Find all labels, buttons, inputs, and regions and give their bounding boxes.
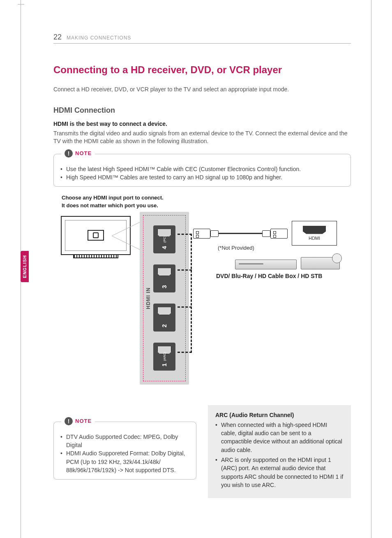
- port-number: 1: [161, 363, 168, 366]
- list-item: ARC is only supported on the HDMI input …: [215, 456, 344, 489]
- note-label: NOTE: [75, 150, 92, 156]
- list-item: When connected with a high-speed HDMI ca…: [215, 421, 344, 454]
- connection-diagram: HDMI IN (PC) 4 3 2 (ARC) 1: [53, 212, 351, 389]
- diagram-caption: Choose any HDMI input port to connect. I…: [62, 194, 351, 209]
- note-tab: ! NOTE: [61, 149, 95, 158]
- lower-columns: ! NOTE DTV Audio Supported Codec: MPEG, …: [53, 405, 351, 498]
- hdmi-port-icon: [303, 226, 326, 234]
- cable-plug-icon: [270, 229, 288, 239]
- port-number: 2: [161, 324, 168, 327]
- hdmi-port-1: (ARC) 1: [153, 343, 175, 371]
- page-number: 22: [53, 33, 62, 42]
- exclamation-icon: !: [65, 149, 73, 158]
- hdmi-in-label: HDMI IN: [145, 287, 151, 309]
- dvd-player-icon: [235, 260, 297, 269]
- port-number: 3: [161, 285, 168, 288]
- note-label: NOTE: [75, 418, 92, 424]
- page-header: 22 MAKING CONNECTIONS: [53, 33, 351, 44]
- connection-line: [178, 306, 192, 308]
- arc-info-box: ARC (Audio Return Channel) When connecte…: [208, 405, 351, 498]
- arc-list: When connected with a high-speed HDMI ca…: [215, 421, 344, 489]
- device-caption: DVD/ Blu-Ray / HD Cable Box / HD STB: [216, 273, 322, 279]
- note-box-top: ! NOTE Use the latest High Speed HDMI™ C…: [53, 154, 351, 187]
- hdmi-port-label: HDMI: [309, 236, 320, 241]
- list-item: HDMI Audio Supporeted Format: Dolby Digi…: [60, 449, 189, 474]
- connection-line: [178, 269, 192, 271]
- connection-line: [178, 352, 192, 353]
- connection-line: [178, 234, 192, 235]
- caption-line: Choose any HDMI input port to connect.: [62, 195, 164, 201]
- right-column: ARC (Audio Return Channel) When connecte…: [208, 405, 351, 498]
- caption-line: It does not matter which port you use.: [62, 202, 158, 209]
- port-sublabel: (PC): [163, 236, 166, 243]
- tv-icon: [61, 216, 131, 261]
- hdmi-heading: HDMI Connection: [53, 106, 351, 115]
- note-box-bottom: ! NOTE DTV Audio Supported Codec: MPEG, …: [53, 422, 196, 480]
- hdmi-bold-line: HDMI is the best way to connect a device…: [53, 121, 351, 127]
- hdmi-input-panel: HDMI IN (PC) 4 3 2 (ARC) 1: [140, 212, 189, 385]
- hdmi-port-3: 3: [153, 264, 175, 292]
- list-item: DTV Audio Supported Codec: MPEG, Dolby D…: [60, 433, 189, 450]
- language-tab: ENGLISH: [21, 251, 29, 282]
- note-tab: ! NOTE: [61, 417, 95, 425]
- page-content: 22 MAKING CONNECTIONS Connecting to a HD…: [53, 33, 351, 498]
- port-sublabel: (ARC): [163, 352, 166, 361]
- hdmi-port-4: (PC) 4: [153, 225, 175, 253]
- hdmi-cable-icon: [193, 227, 288, 240]
- list-item: High Speed HDMI™ Cables are tested to ca…: [60, 173, 344, 181]
- set-top-box-icon: [301, 257, 340, 269]
- hdmi-port-2: 2: [153, 304, 175, 332]
- note-list: Use the latest High Speed HDMI™ Cable wi…: [60, 165, 344, 182]
- left-column: ! NOTE DTV Audio Supported Codec: MPEG, …: [53, 405, 196, 498]
- port-number: 4: [161, 246, 168, 249]
- section-name: MAKING CONNECTIONS: [67, 35, 131, 41]
- arc-title: ARC (Audio Return Channel): [215, 412, 344, 418]
- exclamation-icon: !: [65, 417, 73, 425]
- external-devices: [235, 257, 340, 269]
- list-item: Use the latest High Speed HDMI™ Cable wi…: [60, 165, 344, 173]
- external-hdmi-port: HDMI: [292, 221, 337, 246]
- page-title: Connecting to a HD receiver, DVD, or VCR…: [53, 64, 351, 76]
- note-list: DTV Audio Supported Codec: MPEG, Dolby D…: [60, 433, 189, 474]
- hdmi-body: Transmits the digital video and audio si…: [53, 130, 351, 146]
- intro-text: Connect a HD receiver, DVD, or VCR playe…: [53, 86, 351, 94]
- not-provided-label: (*Not Provided): [218, 245, 254, 251]
- cable-plug-icon: [193, 229, 210, 239]
- connection-line: [191, 234, 192, 353]
